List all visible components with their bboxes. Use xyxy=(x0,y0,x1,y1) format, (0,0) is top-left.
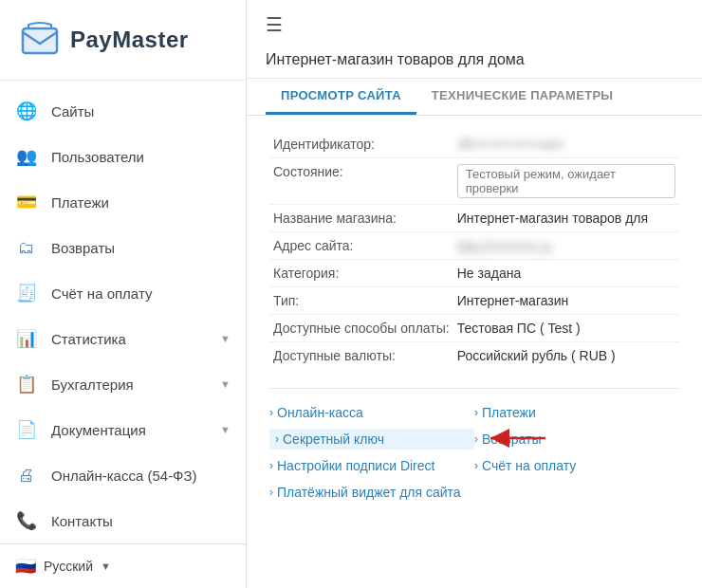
link-payments-link[interactable]: › Платежи xyxy=(474,402,679,423)
link-direct-settings[interactable]: › Настройки подписи Direct xyxy=(269,455,474,476)
identifier-value: dfb••••••••••••••ad4 xyxy=(457,137,563,152)
logo-icon xyxy=(19,19,61,61)
sidebar-label-payments: Платежи xyxy=(51,194,231,211)
status-badge: Тестовый режим, ожидает проверки xyxy=(457,164,675,198)
link-arrow-icon: › xyxy=(474,432,478,446)
sidebar-label-contacts: Контакты xyxy=(51,513,231,529)
info-label: Доступные способы оплаты: xyxy=(269,315,453,342)
sidebar-label-accounting: Бухгалтерия xyxy=(51,377,220,393)
users-icon: 👥 xyxy=(13,143,40,170)
tab-view[interactable]: ПРОСМОТР САЙТА xyxy=(266,79,416,115)
info-label: Тип: xyxy=(269,287,453,315)
info-row: Адрес сайта:http://••••••••••.ru xyxy=(269,232,679,260)
sidebar: PayMaster 🌐 Сайты 👥 Пользователи 💳 Плате… xyxy=(0,0,247,588)
sidebar-label-users: Пользователи xyxy=(51,149,231,165)
info-value: Интернет-магазин xyxy=(453,287,679,315)
sidebar-item-sites[interactable]: 🌐 Сайты xyxy=(0,88,246,134)
language-label: Русский xyxy=(44,559,93,574)
info-value: Российский рубль ( RUB ) xyxy=(453,342,679,370)
returns-icon: 🗂 xyxy=(13,234,40,261)
info-row: Название магазина:Интернет-магазин товар… xyxy=(269,205,679,232)
sidebar-label-invoice: Счёт на оплату xyxy=(51,285,231,302)
store-title: Интернет-магазин товаров для дома xyxy=(266,46,683,78)
language-flag-icon: 🇷🇺 xyxy=(15,556,36,577)
sidebar-label-cashbox: Онлайн-касса (54-ФЗ) xyxy=(51,468,231,484)
info-value: Тестовая ПС ( Test ) xyxy=(453,315,679,342)
info-label: Идентификатор: xyxy=(269,131,453,158)
link-online-kassa[interactable]: › Онлайн-касса xyxy=(269,402,474,423)
info-panel: Идентификатор:dfb••••••••••••••ad4Состоя… xyxy=(247,116,702,588)
info-row: Идентификатор:dfb••••••••••••••ad4 xyxy=(269,131,679,158)
sidebar-label-returns: Возвраты xyxy=(51,240,231,256)
sidebar-label-docs: Документация xyxy=(51,422,220,438)
cashbox-icon: 🖨 xyxy=(13,462,40,488)
tabs-row: ПРОСМОТР САЙТАТЕХНИЧЕСКИЕ ПАРАМЕТРЫ xyxy=(247,78,702,115)
main-content: ☰ Интернет-магазин товаров для дома ПРОС… xyxy=(247,0,702,588)
sidebar-header: PayMaster xyxy=(0,0,246,81)
link-arrow-icon: › xyxy=(474,406,478,419)
info-value: dfb••••••••••••••ad4 xyxy=(453,131,679,158)
hamburger-icon[interactable]: ☰ xyxy=(266,13,283,36)
sidebar-item-payments[interactable]: 💳 Платежи xyxy=(0,179,246,225)
info-row: Состояние:Тестовый режим, ожидает провер… xyxy=(269,158,679,205)
link-arrow-icon: › xyxy=(275,432,279,446)
svg-rect-0 xyxy=(23,28,57,53)
info-label: Категория: xyxy=(269,260,453,287)
info-value: Не задана xyxy=(453,260,679,287)
sites-icon: 🌐 xyxy=(13,98,40,124)
links-col-left: › Онлайн-касса› Секретный ключ› Настройк… xyxy=(269,402,474,503)
sidebar-item-users[interactable]: 👥 Пользователи xyxy=(0,134,246,179)
topbar-menu-row: ☰ xyxy=(266,0,683,46)
info-row: Категория:Не задана xyxy=(269,260,679,287)
info-row: Доступные валюты:Российский рубль ( RUB … xyxy=(269,342,679,370)
site-url-link[interactable]: http://••••••••••.ru xyxy=(457,238,552,253)
link-arrow-icon: › xyxy=(269,486,273,499)
link-invoice-link[interactable]: › Счёт на оплату xyxy=(474,455,679,476)
contacts-icon: 📞 xyxy=(13,507,40,534)
link-arrow-icon: › xyxy=(269,459,273,472)
docs-icon: 📄 xyxy=(13,416,40,443)
link-payment-widget[interactable]: › Платёжный виджет для сайта xyxy=(269,482,474,503)
accounting-icon: 📋 xyxy=(13,371,40,397)
info-row: Доступные способы оплаты:Тестовая ПС ( T… xyxy=(269,315,679,342)
link-arrow-icon: › xyxy=(269,406,273,419)
sidebar-label-stats: Статистика xyxy=(51,331,220,347)
sidebar-item-invoice[interactable]: 🧾 Счёт на оплату xyxy=(0,270,246,316)
info-label: Состояние: xyxy=(269,158,453,205)
sidebar-item-cashbox[interactable]: 🖨 Онлайн-касса (54-ФЗ) xyxy=(0,452,246,498)
sidebar-item-returns[interactable]: 🗂 Возвраты xyxy=(0,225,246,270)
stats-icon: 📊 xyxy=(13,325,40,352)
info-value: Интернет-магазин товаров для xyxy=(453,205,679,232)
sidebar-footer[interactable]: 🇷🇺 Русский ▼ xyxy=(0,543,246,588)
invoice-icon: 🧾 xyxy=(13,280,40,306)
info-label: Адрес сайта: xyxy=(269,232,453,260)
logo-text: PayMaster xyxy=(70,27,189,53)
language-chevron-icon: ▼ xyxy=(101,560,111,572)
sidebar-nav: 🌐 Сайты 👥 Пользователи 💳 Платежи 🗂 Возвр… xyxy=(0,81,246,543)
info-row: Тип:Интернет-магазин xyxy=(269,287,679,315)
payments-icon: 💳 xyxy=(13,189,40,215)
sidebar-item-docs[interactable]: 📄 Документация ▼ xyxy=(0,407,246,452)
chevron-stats-icon: ▼ xyxy=(220,333,231,344)
sidebar-item-stats[interactable]: 📊 Статистика ▼ xyxy=(0,316,246,361)
tab-tech[interactable]: ТЕХНИЧЕСКИЕ ПАРАМЕТРЫ xyxy=(416,79,629,115)
links-col-right: › Платежи› Возвраты› Счёт на оплату xyxy=(474,402,679,503)
chevron-accounting-icon: ▼ xyxy=(220,378,231,390)
link-secret-key[interactable]: › Секретный ключ xyxy=(269,429,474,450)
info-label: Название магазина: xyxy=(269,205,453,232)
info-label: Доступные валюты: xyxy=(269,342,453,370)
chevron-docs-icon: ▼ xyxy=(220,424,231,435)
info-value[interactable]: http://••••••••••.ru xyxy=(453,232,679,260)
link-returns-link[interactable]: › Возвраты xyxy=(474,429,679,450)
info-table: Идентификатор:dfb••••••••••••••ad4Состоя… xyxy=(269,131,679,369)
main-topbar: ☰ Интернет-магазин товаров для дома ПРОС… xyxy=(247,0,702,116)
links-section: › Онлайн-касса› Секретный ключ› Настройк… xyxy=(269,388,679,503)
info-value: Тестовый режим, ожидает проверки xyxy=(453,158,679,205)
link-arrow-icon: › xyxy=(474,459,478,472)
sidebar-item-accounting[interactable]: 📋 Бухгалтерия ▼ xyxy=(0,361,246,407)
sidebar-label-sites: Сайты xyxy=(51,103,231,119)
sidebar-item-contacts[interactable]: 📞 Контакты xyxy=(0,498,246,543)
